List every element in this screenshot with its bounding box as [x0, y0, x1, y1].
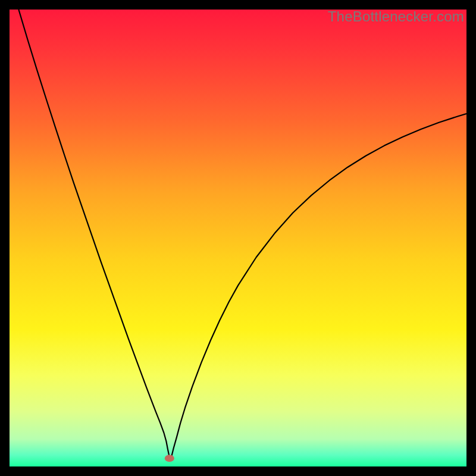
- watermark-label: TheBottlenecker.com: [328, 8, 464, 25]
- optimum-marker: [165, 455, 174, 462]
- chart-canvas: [10, 10, 466, 466]
- chart-frame: TheBottlenecker.com: [10, 10, 466, 466]
- gradient-background: [10, 10, 466, 466]
